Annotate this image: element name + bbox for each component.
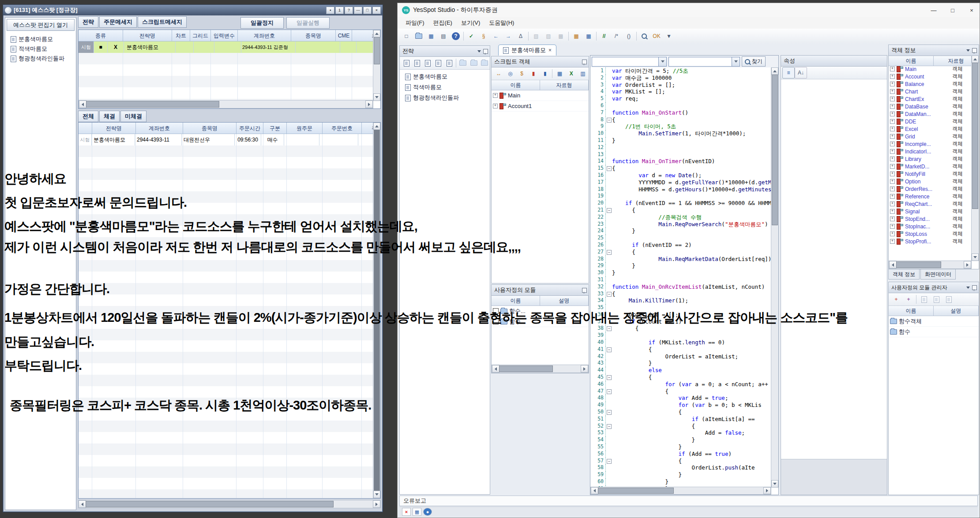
code-line[interactable]: 26 if (nEventID == 2) — [590, 242, 771, 249]
code-line[interactable]: 40 if (MKList.length == 0) — [590, 339, 771, 346]
object-info-row[interactable]: + StopEnd... 객체 — [889, 215, 972, 223]
expand-icon[interactable]: + — [890, 142, 895, 146]
code-line[interactable]: 24 } — [590, 227, 771, 235]
code-line[interactable]: 52 { — [590, 423, 771, 430]
code-line[interactable]: 8{ — [590, 116, 771, 123]
scroll-down-icon[interactable] — [972, 253, 979, 261]
chart-candle2-icon[interactable]: ▮ — [539, 68, 551, 79]
column-header[interactable]: 주문시간 — [237, 123, 263, 134]
object-info-row[interactable]: + Chart 객체 — [889, 88, 972, 95]
expand-icon[interactable]: + — [493, 104, 498, 108]
strategy-panel-header[interactable]: 전략 — [400, 46, 490, 57]
open-editor-button[interactable]: 예스스팟 편집기 열기 — [7, 19, 75, 31]
object-info-row[interactable]: + Excel 객체 — [889, 125, 972, 133]
expand-icon[interactable]: + — [890, 112, 895, 116]
module-row[interactable]: 함수객체 — [889, 316, 979, 327]
print-icon[interactable]: ▤ — [437, 30, 450, 42]
expand-icon[interactable]: + — [890, 209, 895, 214]
code-line[interactable]: 23 Main.ReqPowerSearch("분홍색마름모") — [590, 221, 771, 228]
order-table-vscrollbar[interactable] — [373, 123, 380, 498]
column-header[interactable]: 차트 — [172, 30, 190, 41]
expand-icon[interactable]: + — [890, 104, 895, 109]
scroll-left-icon[interactable] — [889, 261, 897, 268]
code-line[interactable]: 43 } — [590, 360, 771, 367]
order-tab[interactable]: 체결 — [99, 111, 120, 122]
column-header[interactable]: 전략명 — [123, 30, 172, 41]
code-line[interactable]: 16 var d = new Date(); — [590, 172, 771, 179]
order-table-hscrollbar[interactable] — [78, 500, 381, 508]
code-line[interactable]: 2var 매수금 = 100000 — [590, 75, 771, 82]
object-info-row[interactable]: + ReqChart... 객체 — [889, 200, 972, 208]
code-line[interactable]: 3var OrderList = []; — [590, 82, 771, 89]
code-line[interactable]: 13 — [590, 151, 771, 158]
titlebar-button[interactable]: ▪ — [326, 7, 334, 14]
object-info-tab[interactable]: 화면데이터 — [920, 269, 956, 279]
titlebar-button[interactable]: × — [372, 7, 381, 14]
code-line[interactable]: 5var req; — [590, 95, 771, 102]
column-header[interactable]: CME — [336, 30, 352, 41]
expand-icon[interactable]: + — [890, 164, 895, 169]
categorized-icon[interactable]: ≡ — [782, 67, 795, 78]
strategy-tab[interactable]: 전략 — [78, 16, 98, 28]
pin-icon[interactable] — [483, 49, 488, 54]
column-header[interactable]: 이름 — [889, 306, 934, 316]
code-line[interactable]: 57 { — [590, 458, 771, 465]
strategy-tree-item[interactable]: 적색마름모 — [6, 44, 75, 54]
expand-icon[interactable]: + — [890, 231, 895, 236]
alphabetical-icon[interactable]: A↓ — [795, 67, 807, 78]
event-combo[interactable] — [668, 57, 740, 67]
help-icon[interactable]: ? — [450, 30, 462, 42]
find-button[interactable]: 찾기 — [742, 56, 766, 67]
code-line[interactable]: 4var MKList = []; — [590, 88, 771, 95]
code-line[interactable]: 7function Main_OnStart() — [590, 109, 771, 116]
grid-view-icon[interactable]: ▦ — [413, 508, 421, 516]
grid-object-icon[interactable]: ▦ — [554, 68, 565, 79]
scroll-down-icon[interactable] — [771, 480, 778, 488]
pin-icon[interactable] — [972, 285, 977, 290]
column-header[interactable]: 그리드 — [190, 30, 211, 41]
object-info-row[interactable]: + NotifyFill 객체 — [889, 170, 972, 178]
scroll-up-icon[interactable] — [771, 67, 778, 75]
stop-all-button[interactable]: 일괄정지 — [240, 17, 284, 29]
menu-item[interactable]: 보기(V) — [457, 18, 484, 28]
code-line[interactable]: 34 Main.KillTimer(1); — [590, 297, 771, 304]
object-info-row[interactable]: + StopProfi... 객체 — [889, 238, 972, 245]
pin-icon[interactable] — [972, 48, 977, 53]
bell-icon[interactable]: Δ — [514, 30, 527, 42]
database-icon[interactable]: ▥ — [577, 68, 589, 79]
new-strategy-icon[interactable] — [401, 57, 412, 69]
object-info-row[interactable]: + Reference 객체 — [889, 193, 972, 200]
strategy-tab[interactable]: 스크립트메세지 — [138, 16, 187, 28]
expand-icon[interactable]: + — [890, 186, 895, 191]
close-x-icon[interactable]: X — [108, 41, 124, 53]
code-line[interactable]: 38 { — [590, 325, 771, 332]
copy-add-icon[interactable]: ▨ — [542, 30, 555, 42]
object-info-row[interactable]: + StopInac... 객체 — [889, 223, 972, 230]
code-line[interactable]: 33{ — [590, 291, 771, 298]
menu-item[interactable]: 편집(E) — [429, 18, 457, 28]
column-header[interactable]: 종목명 — [291, 30, 336, 41]
code-line[interactable]: 29 } — [590, 262, 771, 269]
code-line[interactable]: 6 — [590, 102, 771, 109]
object-info-row[interactable]: + StopLoss 객체 — [889, 230, 972, 238]
delete-module-icon[interactable] — [942, 294, 955, 305]
comment-block-icon[interactable]: /* — [610, 30, 623, 42]
pin-icon[interactable] — [582, 288, 587, 293]
balance-icon[interactable]: $ — [516, 68, 528, 79]
redo-icon[interactable]: → — [502, 30, 514, 42]
object-combo[interactable] — [592, 57, 667, 67]
folder-lock-icon[interactable] — [468, 57, 479, 69]
expand-icon[interactable]: + — [890, 134, 895, 139]
code-line[interactable]: 1var 타이머간격 = 5; //5초 — [590, 67, 771, 75]
editor-vscrollbar[interactable] — [771, 67, 778, 488]
object-info-row[interactable]: + Signal 객체 — [889, 208, 972, 215]
folder-icon[interactable] — [458, 57, 468, 69]
expand-icon[interactable]: + — [890, 171, 895, 176]
object-info-row[interactable]: + Grid 객체 — [889, 133, 972, 140]
object-info-row[interactable]: + Main 객체 — [889, 65, 972, 73]
editor-hscrollbar[interactable] — [590, 487, 771, 495]
panel-menu-icon[interactable] — [966, 49, 970, 52]
order-tab[interactable]: 미체결 — [120, 111, 146, 122]
scroll-left-icon[interactable] — [79, 101, 86, 108]
save-icon[interactable]: ▦ — [425, 30, 437, 42]
